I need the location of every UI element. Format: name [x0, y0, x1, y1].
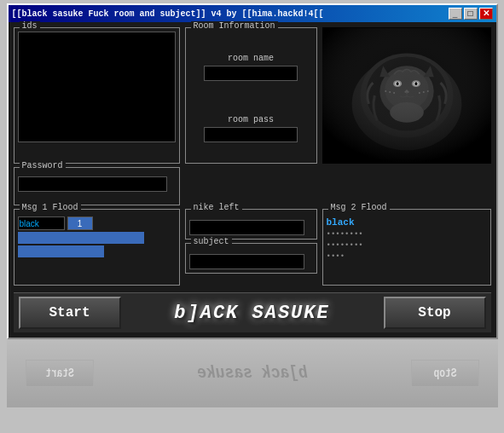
password-label: Password: [20, 161, 66, 170]
room-pass-group: room pass: [189, 115, 313, 142]
middle-row: Password: [14, 167, 491, 205]
room-pass-input[interactable]: [204, 127, 298, 142]
reflection-area: Start b]ack sasuke Stop: [7, 339, 498, 407]
lion-svg: [322, 27, 491, 164]
main-window: [[black sasuke Fuck room and subject]] v…: [7, 3, 498, 339]
top-row: ids Room Information room name room pass: [14, 27, 491, 164]
msg2-content: black •••••••• •••••••• ••••: [327, 216, 487, 262]
window-title: [[black sasuke Fuck room and subject]] v…: [12, 9, 449, 19]
subject-label: subject: [191, 237, 232, 246]
subject-input[interactable]: [189, 254, 304, 269]
msg1-input-row: [18, 216, 176, 230]
msg2-panel: Msg 2 Flood black •••••••• •••••••• ••••: [322, 209, 491, 286]
msg1-text-input[interactable]: [18, 216, 65, 230]
window-controls: _ □ ✕: [449, 8, 493, 20]
nike-label: nike left: [191, 203, 242, 212]
msg1-label: Msg 1 Flood: [20, 203, 81, 212]
reflection-logo: b]ack sasuke: [197, 364, 308, 384]
close-button[interactable]: ✕: [479, 8, 493, 20]
reflection-stop: Stop: [411, 360, 479, 387]
room-info-panel: Room Information room name room pass: [185, 27, 317, 164]
bottom-bar: Start b]ACK SASUKE Stop: [14, 292, 491, 332]
msg2-text: black: [327, 216, 487, 229]
main-content: ids Room Information room name room pass: [9, 22, 496, 338]
subject-panel: subject: [185, 243, 317, 274]
password-panel: Password: [14, 167, 180, 205]
ids-panel: ids: [14, 27, 180, 164]
reflection-start: Start: [26, 360, 94, 387]
flood-row: Msg 1 Flood nike left subject: [14, 209, 491, 286]
msg1-progress-bar: [18, 232, 144, 244]
room-pass-label: room pass: [228, 115, 274, 124]
password-input[interactable]: [18, 176, 167, 192]
nike-panel: nike left: [185, 209, 317, 240]
nike-subject-col: nike left subject: [185, 209, 317, 286]
msg2-label: Msg 2 Flood: [328, 203, 390, 212]
lion-image: [322, 27, 491, 164]
start-button[interactable]: Start: [19, 297, 121, 329]
room-name-label: room name: [228, 54, 274, 63]
minimize-button[interactable]: _: [449, 8, 462, 20]
room-name-group: room name: [189, 54, 313, 81]
maximize-button[interactable]: □: [464, 8, 478, 20]
center-logo: b]ACK SASUKE: [174, 303, 329, 324]
room-name-input[interactable]: [204, 66, 298, 81]
stop-button[interactable]: Stop: [384, 297, 486, 329]
msg1-panel: Msg 1 Flood: [14, 209, 180, 286]
msg1-content: [18, 216, 176, 257]
msg2-dots2: ••••••••: [327, 240, 487, 251]
nike-input[interactable]: [189, 220, 304, 235]
msg1-progress-bar2: [18, 245, 105, 257]
msg1-num-input[interactable]: [67, 216, 93, 230]
msg2-dots3: ••••: [327, 251, 487, 263]
ids-textarea[interactable]: [18, 32, 176, 142]
svg-rect-20: [322, 28, 491, 163]
room-info-label: Room Information: [191, 21, 278, 31]
ids-label: ids: [20, 21, 40, 31]
msg2-dots1: ••••••••: [327, 229, 487, 240]
title-bar: [[black sasuke Fuck room and subject]] v…: [9, 5, 496, 22]
